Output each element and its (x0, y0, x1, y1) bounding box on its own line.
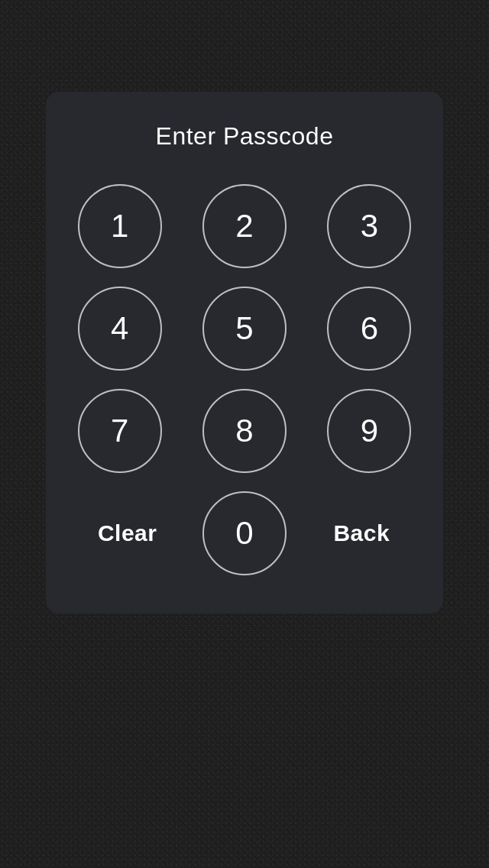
zero-col: 0 (186, 491, 303, 575)
key-9[interactable]: 9 (327, 389, 411, 473)
back-button[interactable]: Back (319, 491, 403, 575)
background: Enter Passcode 1 2 3 4 5 6 7 (0, 0, 489, 868)
keypad-grid: 1 2 3 4 5 6 7 8 9 (69, 184, 420, 473)
key-5[interactable]: 5 (202, 287, 287, 371)
key-1[interactable]: 1 (78, 184, 162, 268)
key-6[interactable]: 6 (327, 287, 411, 371)
passcode-panel: Enter Passcode 1 2 3 4 5 6 7 (46, 92, 443, 614)
key-8[interactable]: 8 (202, 389, 287, 473)
key-3[interactable]: 3 (327, 184, 411, 268)
clear-col: Clear (69, 491, 186, 575)
key-2[interactable]: 2 (202, 184, 287, 268)
back-col: Back (303, 491, 420, 575)
clear-button[interactable]: Clear (86, 491, 170, 575)
key-0[interactable]: 0 (202, 491, 287, 575)
key-7[interactable]: 7 (78, 389, 162, 473)
bottom-row: Clear 0 Back (69, 491, 420, 575)
key-4[interactable]: 4 (78, 287, 162, 371)
passcode-title: Enter Passcode (156, 122, 334, 151)
